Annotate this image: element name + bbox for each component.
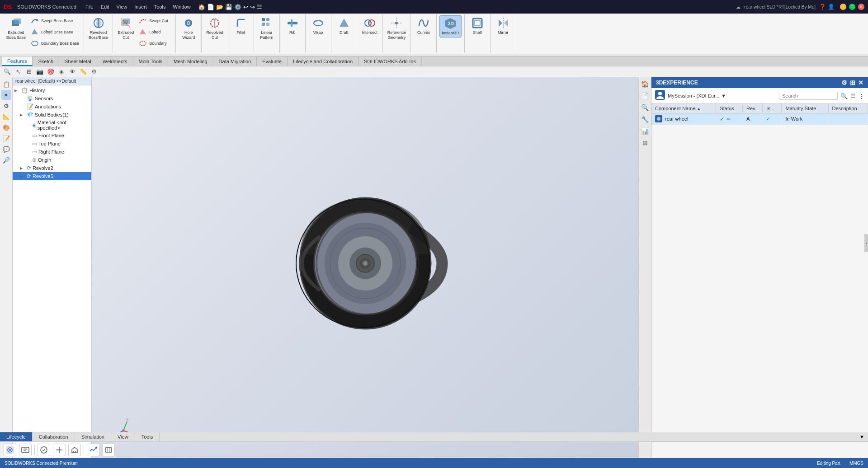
- new-icon[interactable]: 📄: [207, 4, 214, 10]
- 3dexp-grid-icon[interactable]: ⊞: [640, 138, 650, 148]
- shell-button[interactable]: Shell: [467, 15, 487, 37]
- dim-expert-icon[interactable]: 📐: [1, 112, 11, 122]
- tree-item-top-plane[interactable]: ▭ Top Plane: [13, 140, 91, 148]
- rib-button[interactable]: Rib: [283, 15, 302, 37]
- save-icon[interactable]: 💾: [225, 4, 232, 10]
- config-manager-icon[interactable]: ⚙: [1, 101, 11, 111]
- view-orient-icon[interactable]: 🎯: [46, 67, 55, 76]
- tree-item-annotations[interactable]: 📝 Annotations: [13, 103, 91, 111]
- tree-item-front-plane[interactable]: ▭ Front Plane: [13, 131, 91, 140]
- expand-revolve2[interactable]: ▶: [20, 166, 25, 170]
- panel-search-input[interactable]: [779, 92, 838, 100]
- revolved-cut-button[interactable]: RevolvedCut: [204, 15, 225, 42]
- panel-menu-icon[interactable]: ⋮: [859, 93, 864, 99]
- curves-button[interactable]: Curves: [414, 15, 434, 37]
- tab-mold-tools[interactable]: Mold Tools: [133, 56, 168, 66]
- panel-settings-icon[interactable]: ⚙: [841, 79, 847, 86]
- extruded-boss-base-button[interactable]: ExtrudedBoss/Base: [5, 15, 28, 42]
- lifecycle-icon3[interactable]: [38, 444, 50, 456]
- bottom-tab-tools[interactable]: Tools: [135, 432, 160, 441]
- tab-data-migration[interactable]: Data Migration: [213, 56, 257, 66]
- instant3d-button[interactable]: 3D Instant3D: [439, 15, 462, 37]
- tree-item-sensors[interactable]: 📡 Sensors: [13, 94, 91, 103]
- tab-lifecycle[interactable]: Lifecycle and Collaboration: [288, 56, 359, 66]
- tree-item-origin[interactable]: ⊕ Origin: [13, 156, 91, 164]
- settings-icon[interactable]: ⚙️: [234, 4, 241, 10]
- bottom-tab-lifecycle[interactable]: Lifecycle: [0, 432, 33, 441]
- search-cmd-icon[interactable]: 🔍: [3, 67, 12, 76]
- menu-view[interactable]: View: [117, 4, 127, 9]
- tab-sketch[interactable]: Sketch: [33, 56, 59, 66]
- redo-icon[interactable]: ↪: [250, 4, 255, 10]
- display-settings-icon[interactable]: ⚙: [90, 67, 99, 76]
- minimize-button[interactable]: −: [840, 4, 846, 10]
- panel-search-button[interactable]: 🔍: [840, 93, 848, 99]
- solidworks-forum-icon[interactable]: 💬: [1, 144, 11, 154]
- tab-features[interactable]: Features: [2, 56, 33, 66]
- feature-manager-icon[interactable]: 📋: [1, 79, 11, 89]
- expand-history[interactable]: ▶: [14, 89, 20, 93]
- lofted-cut-button[interactable]: Lofted: [137, 27, 173, 37]
- extruded-cut-button[interactable]: ExtrudedCut: [116, 15, 136, 42]
- select-icon[interactable]: ↖: [14, 67, 23, 76]
- fillet-button[interactable]: Fillet: [231, 15, 251, 37]
- bottom-tab-view[interactable]: View: [111, 432, 135, 441]
- boundary-boss-base-button[interactable]: Boundary Boss Base: [28, 38, 81, 49]
- revolved-boss-base-button[interactable]: RevolvedBoss/Base: [87, 15, 110, 42]
- intersect-button[interactable]: rear wheel Intersect: [360, 15, 380, 37]
- expand-solid-bodies[interactable]: ▶: [20, 113, 25, 117]
- open-icon[interactable]: 📂: [216, 4, 223, 10]
- property-manager-icon[interactable]: ✦: [1, 90, 11, 100]
- lifecycle-icon5[interactable]: [68, 444, 81, 456]
- boundary-cut-button[interactable]: Boundary: [137, 38, 173, 49]
- undo-icon[interactable]: ↩: [243, 4, 248, 10]
- lofted-boss-base-button[interactable]: Lofted Boss Base: [28, 27, 81, 37]
- menu-edit[interactable]: Edit: [101, 4, 109, 9]
- measure-icon[interactable]: 📏: [79, 67, 88, 76]
- tree-item-right-plane[interactable]: ▭ Right Plane: [13, 148, 91, 156]
- viewport[interactable]: X Y Z: [92, 77, 638, 458]
- 3dexp-parts-icon[interactable]: 🔧: [640, 114, 650, 124]
- hole-wizard-button[interactable]: HoleWizard: [179, 15, 198, 42]
- tree-item-solid-bodies[interactable]: ▶ 💎 Solid Bodies(1): [13, 111, 91, 119]
- lifecycle-icon1[interactable]: [4, 444, 16, 456]
- panel-close-icon[interactable]: ✕: [858, 79, 863, 86]
- mirror-button[interactable]: Mirror: [493, 15, 513, 37]
- camera-icon[interactable]: 📷: [35, 67, 44, 76]
- swept-cut-button[interactable]: Swept Cut: [137, 15, 173, 26]
- bottom-tab-collaboration[interactable]: Collaboration: [33, 432, 75, 441]
- 3dexp-home-icon[interactable]: 🏠: [640, 79, 650, 89]
- account-btn[interactable]: 👤: [828, 4, 835, 10]
- close-button[interactable]: ✕: [858, 4, 864, 10]
- help-btn[interactable]: ❓: [819, 4, 826, 10]
- expand-revolve5[interactable]: ▶: [20, 174, 25, 178]
- sort-icon[interactable]: ▲: [697, 107, 701, 111]
- tree-item-material[interactable]: ◈ Material <not specified>: [13, 119, 91, 131]
- menu-tools[interactable]: Tools: [154, 4, 166, 9]
- options-icon[interactable]: ☰: [257, 4, 262, 10]
- linear-pattern-button[interactable]: LinearPattern: [257, 15, 277, 42]
- lifecycle-icon7[interactable]: [102, 444, 115, 456]
- 3dexp-search-icon[interactable]: 🔍: [640, 103, 650, 112]
- menu-insert[interactable]: Insert: [134, 4, 147, 9]
- wrap-button[interactable]: Wrap: [308, 15, 328, 37]
- session-name-dropdown[interactable]: MySession - (XDI Eur... ▼: [668, 93, 776, 98]
- bottom-tab-expand[interactable]: ▼: [856, 432, 868, 441]
- swept-boss-base-button[interactable]: Swept Boss Base: [28, 15, 81, 26]
- tree-item-revolve2[interactable]: ▶ ⟳ Revolve2: [13, 164, 91, 172]
- draft-button[interactable]: Draft: [334, 15, 354, 37]
- menu-file[interactable]: File: [85, 4, 94, 9]
- panel-filter-icon[interactable]: ☰: [850, 93, 856, 99]
- panel-expand-icon[interactable]: ⊞: [850, 79, 855, 86]
- tab-evaluate[interactable]: Evaluate: [257, 56, 288, 66]
- bottom-tab-simulation[interactable]: Simulation: [75, 432, 111, 441]
- tree-item-revolve5[interactable]: ▶ ⟳ Revolve5: [13, 172, 91, 180]
- tab-sheet-metal[interactable]: Sheet Metal: [59, 56, 97, 66]
- menu-window[interactable]: Window: [173, 4, 190, 9]
- filter-icon[interactable]: ⊞: [24, 67, 33, 76]
- tab-mesh-modeling[interactable]: Mesh Modeling: [168, 56, 213, 66]
- tab-weldments[interactable]: Weldments: [97, 56, 133, 66]
- 3dexp-structure-icon[interactable]: 📊: [640, 126, 650, 136]
- tree-item-history[interactable]: ▶ 📋 History: [13, 86, 91, 94]
- table-row[interactable]: rear wheel ✓ ✏ A ✓: [651, 113, 868, 125]
